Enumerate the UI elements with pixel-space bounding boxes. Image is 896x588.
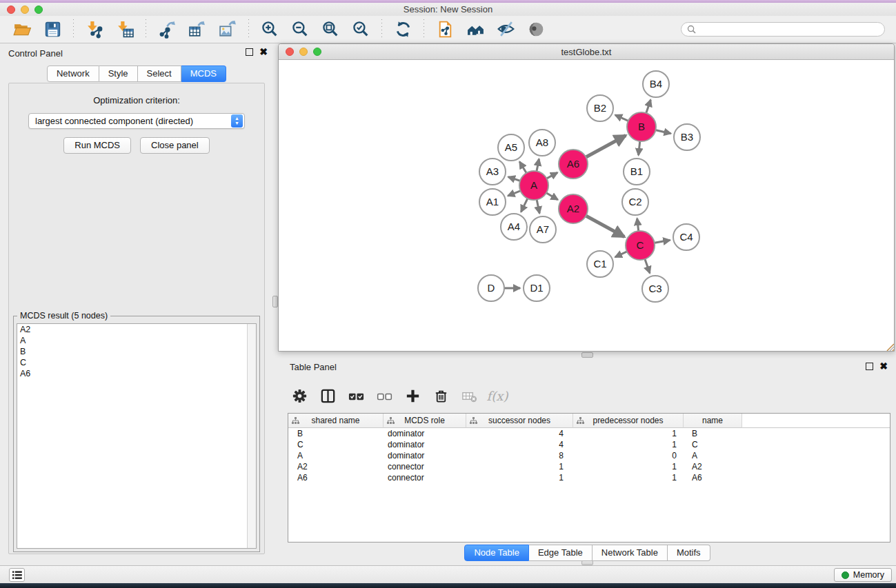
tab-network[interactable]: Network bbox=[47, 65, 99, 82]
table-cell: 1 bbox=[573, 439, 684, 450]
import-table-icon[interactable] bbox=[115, 19, 135, 40]
task-history-button[interactable] bbox=[9, 568, 25, 582]
tab-mcds[interactable]: MCDS bbox=[181, 65, 226, 82]
desktop-background-bottom bbox=[0, 583, 896, 588]
node-label-A6: A6 bbox=[567, 158, 579, 170]
column-header-mcds-role[interactable]: MCDS role bbox=[384, 414, 466, 428]
table-cell: connector bbox=[384, 472, 466, 483]
close-table-panel-icon[interactable]: ✖ bbox=[879, 363, 888, 370]
network-canvas[interactable]: AA1A2A3A4A5A6A7A8BB1B2B3B4CC1C2C3C4DD1 bbox=[280, 60, 893, 349]
node-label-A: A bbox=[530, 179, 537, 191]
toolbar-separator bbox=[73, 19, 74, 40]
result-item-b[interactable]: B bbox=[17, 346, 256, 357]
close-panel-icon[interactable]: ✖ bbox=[259, 48, 268, 56]
table-cell: 4 bbox=[466, 439, 573, 450]
network-window-titlebar[interactable]: testGlobe.txt bbox=[279, 44, 894, 60]
list-icon bbox=[12, 571, 22, 580]
select-stepper-icon: ▲▼ bbox=[231, 114, 243, 128]
zoom-in-icon[interactable] bbox=[259, 19, 280, 40]
run-mcds-button[interactable]: Run MCDS bbox=[63, 137, 131, 154]
split-divider-horizontal[interactable] bbox=[581, 352, 593, 358]
column-header-successor-nodes[interactable]: successor nodes bbox=[466, 414, 573, 428]
table-row[interactable]: Adominator80A bbox=[288, 450, 890, 461]
table-body: Bdominator41BCdominator41CAdominator80AA… bbox=[288, 428, 890, 483]
main-titlebar[interactable]: Session: New Session bbox=[0, 3, 896, 16]
column-header-filler bbox=[742, 414, 890, 428]
search-field[interactable] bbox=[681, 22, 885, 37]
table-row[interactable]: A6connector11A6 bbox=[288, 472, 890, 483]
table-row[interactable]: Bdominator41B bbox=[288, 428, 890, 439]
table-cell: 4 bbox=[466, 428, 573, 439]
delete-table-icon[interactable] bbox=[459, 386, 479, 405]
table-cell: A6 bbox=[684, 472, 742, 483]
fx-label: f(x) bbox=[487, 389, 508, 403]
select-all-icon[interactable] bbox=[346, 386, 366, 405]
refresh-icon[interactable] bbox=[392, 19, 413, 40]
deselect-all-icon[interactable] bbox=[375, 386, 394, 405]
tab-motifs[interactable]: Motifs bbox=[668, 545, 710, 561]
table-settings-icon[interactable] bbox=[290, 386, 309, 405]
result-item-a2[interactable]: A2 bbox=[17, 324, 256, 335]
delete-icon[interactable] bbox=[431, 386, 450, 405]
table-row[interactable]: Cdominator41C bbox=[288, 439, 890, 450]
control-panel-header: Control Panel ✖ bbox=[3, 45, 270, 61]
tab-select[interactable]: Select bbox=[138, 65, 181, 82]
new-network-from-selection-icon[interactable] bbox=[435, 19, 455, 40]
table-cell: dominator bbox=[384, 450, 466, 461]
welcome-screen-icon[interactable] bbox=[465, 19, 486, 40]
open-session-icon[interactable] bbox=[12, 19, 32, 40]
column-header-name[interactable]: name bbox=[684, 414, 742, 428]
tab-node-table[interactable]: Node Table bbox=[464, 545, 529, 561]
column-header-predecessor-nodes[interactable]: predecessor nodes bbox=[573, 414, 684, 428]
export-table-icon[interactable] bbox=[187, 19, 208, 40]
zoom-out-icon[interactable] bbox=[290, 19, 310, 40]
function-builder-icon[interactable]: f(x) bbox=[488, 386, 507, 405]
column-header-shared-name[interactable]: shared name bbox=[288, 414, 384, 428]
network-title: testGlobe.txt bbox=[279, 47, 894, 57]
table-row[interactable]: A2connector11A2 bbox=[288, 461, 890, 472]
hide-graphics-details-icon[interactable] bbox=[495, 19, 516, 40]
export-network-icon[interactable] bbox=[157, 19, 177, 40]
resize-grip-icon[interactable] bbox=[885, 342, 894, 351]
result-item-a[interactable]: A bbox=[17, 335, 256, 346]
memory-button[interactable]: Memory bbox=[834, 568, 892, 582]
table-cell: 0 bbox=[573, 450, 684, 461]
tab-network-table[interactable]: Network Table bbox=[593, 545, 668, 561]
optimization-criterion-select[interactable]: largest connected component (directed) ▲… bbox=[28, 113, 245, 129]
float-panel-icon[interactable] bbox=[246, 48, 253, 56]
table-cell: 1 bbox=[573, 428, 684, 439]
tab-edge-table[interactable]: Edge Table bbox=[529, 545, 593, 561]
table-cell: 1 bbox=[573, 461, 684, 472]
result-scrollbar[interactable] bbox=[247, 324, 256, 548]
mcds-panel: Optimization criterion: largest connecte… bbox=[8, 83, 265, 554]
selected-criterion: largest connected component (directed) bbox=[29, 116, 231, 126]
zoom-selected-icon[interactable] bbox=[350, 19, 371, 40]
close-panel-button[interactable]: Close panel bbox=[140, 137, 210, 154]
table-cell: C bbox=[684, 439, 742, 450]
result-item-c[interactable]: C bbox=[17, 357, 256, 368]
import-network-icon[interactable] bbox=[84, 19, 105, 40]
search-input[interactable] bbox=[699, 25, 879, 34]
mcds-result-list[interactable]: A2ABCA6 bbox=[17, 323, 257, 549]
result-item-a6[interactable]: A6 bbox=[17, 368, 256, 379]
node-label-D: D bbox=[488, 282, 495, 294]
main-toolbar bbox=[0, 16, 896, 43]
network-view-window[interactable]: testGlobe.txt AA1A2A3A4A5A6A7A8BB1B2B3B4… bbox=[278, 43, 895, 352]
mcds-result-box: MCDS result (5 nodes) A2ABCA6 bbox=[13, 316, 260, 552]
zoom-fit-icon[interactable] bbox=[320, 19, 341, 40]
table-cell: B bbox=[684, 428, 742, 439]
split-divider-vertical[interactable] bbox=[272, 296, 278, 307]
show-graphics-details-icon[interactable] bbox=[526, 19, 546, 40]
add-icon[interactable] bbox=[403, 386, 422, 405]
table-cell-filler bbox=[742, 461, 890, 472]
node-table[interactable]: shared nameMCDS rolesuccessor nodesprede… bbox=[288, 413, 890, 543]
table-toolbar: f(x) bbox=[290, 383, 507, 409]
table-cell: A bbox=[684, 450, 742, 461]
tab-style[interactable]: Style bbox=[99, 65, 138, 82]
float-table-panel-icon[interactable] bbox=[866, 363, 873, 370]
export-image-icon[interactable] bbox=[217, 19, 238, 40]
mcds-result-legend: MCDS result (5 nodes) bbox=[17, 311, 110, 321]
save-session-icon[interactable] bbox=[42, 19, 63, 40]
column-selector-icon[interactable] bbox=[318, 386, 337, 405]
node-label-C3: C3 bbox=[648, 283, 661, 294]
